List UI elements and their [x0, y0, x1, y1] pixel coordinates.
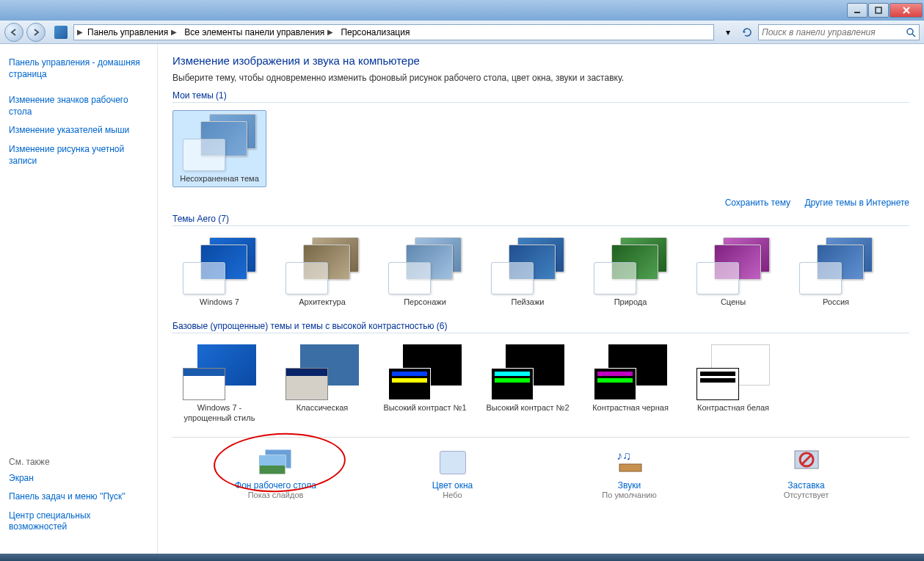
breadcrumb[interactable]: ▶ Панель управления▶ Все элементы панели… — [73, 24, 714, 40]
svg-line-5 — [912, 34, 915, 37]
sidebar-link-display[interactable]: Экран — [9, 473, 148, 485]
bottom-item-saver[interactable]: Заставка Отсутствует — [741, 448, 873, 499]
chevron-right-icon[interactable]: ▶ — [77, 28, 83, 36]
bottom-item-title: Заставка — [741, 480, 873, 491]
theme-item[interactable]: Архитектура — [275, 234, 369, 311]
theme-item[interactable]: Высокий контраст №1 — [378, 341, 472, 426]
bottom-item-subtitle: Отсутствует — [741, 491, 873, 499]
theme-label: Несохраненная тема — [176, 174, 263, 184]
saver-icon — [789, 448, 824, 477]
bottom-item-title: Цвет окна — [387, 480, 519, 491]
search-box[interactable] — [758, 24, 920, 40]
sidebar: Панель управления - домашняя страница Из… — [0, 44, 158, 554]
titlebar — [0, 0, 924, 21]
bottom-item-subtitle: Небо — [387, 491, 519, 499]
svg-rect-1 — [876, 7, 881, 13]
theme-label: Архитектура — [279, 297, 365, 307]
refresh-button[interactable] — [739, 24, 755, 40]
bottom-item-title: Звуки — [564, 480, 696, 491]
see-also-header: См. также — [9, 457, 148, 467]
bottom-bar: Фон рабочего стола Показ слайдов Цвет ок… — [172, 437, 909, 507]
sounds-icon: ♪♫ — [612, 448, 647, 477]
page-title: Изменение изображения и звука на компьют… — [172, 54, 909, 67]
breadcrumb-item[interactable]: Панель управления▶ — [84, 26, 180, 39]
svg-point-4 — [907, 29, 913, 35]
theme-item[interactable]: Природа — [583, 234, 677, 311]
bottom-item-sounds[interactable]: ♪♫ Звуки По умолчанию — [564, 448, 696, 499]
search-input[interactable] — [762, 27, 906, 37]
back-button[interactable] — [4, 23, 23, 42]
theme-label: Контрастная белая — [690, 403, 776, 413]
sidebar-home-link[interactable]: Панель управления - домашняя страница — [9, 57, 148, 80]
theme-item[interactable]: Контрастная черная — [583, 341, 677, 426]
section-my-actions: Сохранить тему Другие темы в Интернете — [172, 198, 909, 209]
content: Изменение изображения и звука на компьют… — [158, 44, 924, 554]
bottom-item-subtitle: По умолчанию — [564, 491, 696, 499]
theme-label: Контрастная черная — [587, 403, 674, 413]
theme-label: Высокий контраст №2 — [484, 403, 571, 413]
theme-item[interactable]: Windows 7 - упрощенный стиль — [172, 341, 266, 426]
theme-label: Высокий контраст №1 — [382, 403, 468, 413]
close-button[interactable] — [890, 3, 923, 18]
more-themes-link[interactable]: Другие темы в Интернете — [804, 198, 909, 208]
theme-label: Windows 7 — [176, 297, 263, 307]
svg-rect-8 — [259, 455, 285, 466]
theme-item[interactable]: Классическая — [275, 341, 369, 426]
save-theme-link[interactable]: Сохранить тему — [725, 198, 790, 208]
address-dropdown[interactable]: ▾ — [720, 24, 736, 40]
navbar: ▶ Панель управления▶ Все элементы панели… — [0, 21, 924, 44]
address-icon — [54, 26, 68, 39]
theme-item[interactable]: Контрастная белая — [686, 341, 780, 426]
bottom-item-wallpaper[interactable]: Фон рабочего стола Показ слайдов — [210, 448, 342, 499]
theme-item[interactable]: Несохраненная тема — [172, 110, 266, 187]
sidebar-link-account-picture[interactable]: Изменение рисунка учетной записи — [9, 144, 148, 167]
svg-rect-10 — [619, 464, 641, 471]
sidebar-link-mouse-pointers[interactable]: Изменение указателей мыши — [9, 125, 148, 137]
breadcrumb-item[interactable]: Все элементы панели управления▶ — [181, 26, 336, 39]
section-my-themes: Мои темы (1) — [172, 90, 909, 103]
search-icon — [906, 27, 916, 37]
theme-label: Россия — [793, 297, 879, 307]
section-basic-themes: Базовые (упрощенные) темы и темы с высок… — [172, 321, 909, 333]
theme-item[interactable]: Персонажи — [378, 234, 472, 311]
color-icon — [435, 448, 470, 477]
theme-label: Персонажи — [382, 297, 468, 307]
wallpaper-icon — [258, 448, 294, 477]
bottom-item-color[interactable]: Цвет окна Небо — [387, 448, 519, 499]
theme-label: Windows 7 - упрощенный стиль — [176, 403, 263, 422]
bottom-item-title: Фон рабочего стола — [210, 480, 342, 491]
sidebar-link-accessibility[interactable]: Центр специальных возможностей — [9, 510, 148, 533]
maximize-button[interactable] — [868, 3, 889, 18]
theme-item[interactable]: Пейзажи — [481, 234, 575, 311]
sidebar-link-desktop-icons[interactable]: Изменение значков рабочего стола — [9, 95, 148, 117]
forward-button[interactable] — [26, 23, 46, 42]
theme-label: Природа — [587, 297, 674, 307]
theme-label: Пейзажи — [484, 297, 571, 307]
theme-item[interactable]: Высокий контраст №2 — [481, 341, 575, 426]
theme-item[interactable]: Windows 7 — [172, 234, 266, 311]
taskbar — [0, 554, 924, 561]
svg-text:♪♫: ♪♫ — [616, 449, 631, 462]
theme-item[interactable]: Сцены — [686, 234, 780, 311]
section-aero-themes: Темы Aero (7) — [172, 214, 909, 226]
minimize-button[interactable] — [847, 3, 867, 18]
breadcrumb-item[interactable]: Персонализация — [338, 26, 412, 39]
sidebar-link-taskbar[interactable]: Панель задач и меню ''Пуск'' — [9, 491, 148, 503]
page-description: Выберите тему, чтобы одновременно измени… — [172, 73, 909, 83]
theme-label: Классическая — [279, 403, 365, 413]
theme-item[interactable]: Россия — [789, 234, 883, 311]
theme-label: Сцены — [690, 297, 776, 307]
bottom-item-subtitle: Показ слайдов — [210, 491, 342, 499]
